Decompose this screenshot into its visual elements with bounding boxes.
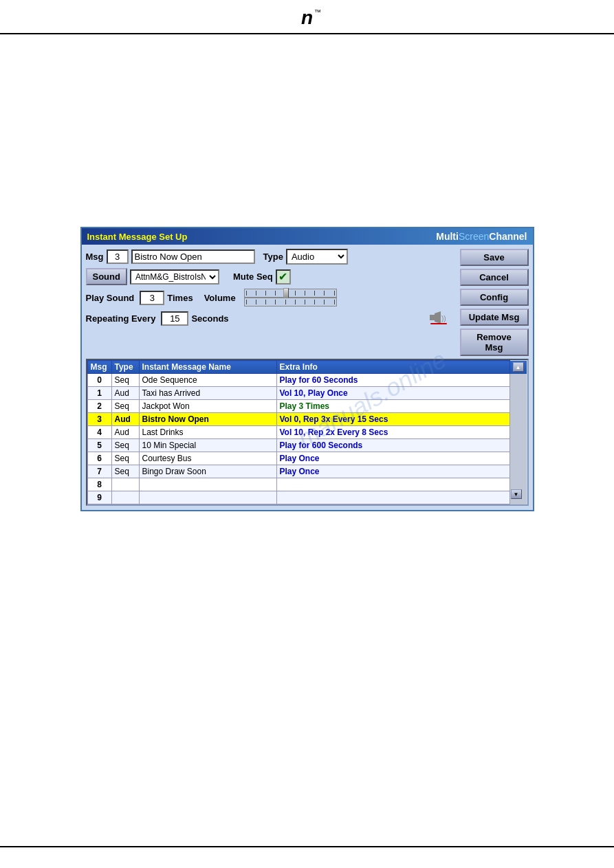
table-row[interactable]: 4 Aud Last Drinks Vol 10, Rep 2x Every 8… bbox=[87, 426, 527, 439]
type-label: Type bbox=[263, 252, 283, 262]
table-row[interactable]: 7 Seq Bingo Draw Soon Play Once bbox=[87, 465, 527, 478]
cell-name: Bingo Draw Soon bbox=[139, 465, 276, 478]
table-row[interactable]: 9 bbox=[87, 491, 527, 504]
volume-slider[interactable] bbox=[244, 289, 337, 307]
tick bbox=[256, 300, 256, 304]
tick bbox=[246, 300, 247, 304]
seconds-label: Seconds bbox=[191, 313, 228, 324]
tick bbox=[314, 300, 315, 304]
sound-select[interactable]: AttnM&G_BistroIsNov bbox=[130, 269, 219, 285]
table-row[interactable]: 6 Seq Courtesy Bus Play Once bbox=[87, 452, 527, 465]
tick bbox=[324, 300, 325, 304]
tick bbox=[275, 300, 276, 304]
form-left: Msg Type Audio Sequence Sound AttnM&G_Bi… bbox=[86, 249, 450, 356]
update-msg-button[interactable]: Update Msg bbox=[460, 309, 529, 326]
cell-scroll-spacer bbox=[509, 387, 527, 400]
dialog-wrapper: Instant Message Set Up MultiScreenChanne… bbox=[0, 227, 614, 511]
cell-scroll-spacer bbox=[509, 452, 527, 465]
table-header-row: Msg Type Instant Message Name Extra Info… bbox=[87, 361, 527, 374]
mute-seq-label: Mute Seq bbox=[233, 271, 273, 282]
type-select[interactable]: Audio Sequence bbox=[286, 249, 348, 265]
scroll-up-btn[interactable]: ▲ bbox=[513, 362, 524, 372]
tick bbox=[256, 291, 256, 296]
brand-multi: Multi bbox=[436, 231, 459, 242]
col-name: Instant Message Name bbox=[139, 361, 276, 374]
table-row[interactable]: 1 Aud Taxi has Arrived Vol 10, Play Once bbox=[87, 387, 527, 400]
cell-extra: Play for 600 Seconds bbox=[276, 439, 509, 452]
cell-extra: Play 3 Times bbox=[276, 400, 509, 413]
play-sound-input[interactable] bbox=[140, 291, 164, 305]
buttons-column: Save Cancel Config Update Msg Remove Msg bbox=[460, 249, 529, 356]
table-row[interactable]: 5 Seq 10 Min Special Play for 600 Second… bbox=[87, 439, 527, 452]
cancel-button[interactable]: Cancel bbox=[460, 269, 529, 286]
cell-msg: 7 bbox=[87, 465, 111, 478]
sound-button[interactable]: Sound bbox=[86, 268, 127, 285]
save-button[interactable]: Save bbox=[460, 249, 529, 266]
volume-ticks-top bbox=[246, 291, 335, 296]
cell-type: Aud bbox=[111, 387, 139, 400]
dialog-brand: MultiScreenChannel bbox=[436, 231, 527, 242]
tick bbox=[246, 291, 247, 296]
cell-extra: Play Once bbox=[276, 452, 509, 465]
tick bbox=[334, 300, 335, 304]
msg-label: Msg bbox=[86, 252, 104, 262]
cell-scroll-spacer bbox=[509, 413, 527, 426]
msg-number-input[interactable] bbox=[107, 249, 129, 264]
cell-type bbox=[111, 478, 139, 491]
tick bbox=[275, 291, 276, 296]
cell-type bbox=[111, 491, 139, 504]
svg-rect-0 bbox=[430, 315, 435, 320]
cell-name: Bistro Now Open bbox=[139, 413, 276, 426]
cell-scroll-spacer bbox=[509, 465, 527, 478]
config-button[interactable]: Config bbox=[460, 289, 529, 306]
scroll-down-btn[interactable]: ▼ bbox=[511, 489, 522, 499]
table-row[interactable]: 8 bbox=[87, 478, 527, 491]
remove-msg-button[interactable]: Remove Msg bbox=[460, 329, 529, 356]
table-row[interactable]: 3 Aud Bistro Now Open Vol 0, Rep 3x Ever… bbox=[87, 413, 527, 426]
logo: n bbox=[301, 7, 313, 29]
volume-label: Volume bbox=[204, 293, 236, 303]
repeating-input[interactable] bbox=[161, 311, 188, 326]
tick bbox=[265, 291, 266, 296]
svg-text:)): )) bbox=[441, 315, 446, 322]
cell-msg: 9 bbox=[87, 491, 111, 504]
cell-msg: 3 bbox=[87, 413, 111, 426]
cell-type: Seq bbox=[111, 400, 139, 413]
volume-track-bottom bbox=[244, 298, 337, 307]
instant-message-dialog: Instant Message Set Up MultiScreenChanne… bbox=[80, 227, 534, 511]
mute-seq-checkbox[interactable]: ✔ bbox=[276, 269, 291, 285]
tick bbox=[314, 291, 315, 296]
tick bbox=[305, 291, 305, 296]
tick bbox=[305, 300, 305, 304]
cell-msg: 0 bbox=[87, 374, 111, 387]
table-container: Msg Type Instant Message Name Extra Info… bbox=[86, 359, 529, 506]
col-scroll: ▲ bbox=[509, 361, 527, 374]
cell-scroll-spacer bbox=[509, 374, 527, 387]
cell-msg: 5 bbox=[87, 439, 111, 452]
cell-extra: Vol 10, Play Once bbox=[276, 387, 509, 400]
brand-screen: Screen bbox=[459, 231, 489, 242]
repeating-label: Repeating Every bbox=[86, 313, 156, 324]
speaker-icon[interactable]: )) bbox=[430, 310, 448, 327]
tick bbox=[324, 291, 325, 296]
cell-scroll-spacer bbox=[509, 400, 527, 413]
cell-extra: Play for 60 Seconds bbox=[276, 374, 509, 387]
page-footer bbox=[0, 846, 614, 847]
cell-msg: 4 bbox=[87, 426, 111, 439]
msg-name-input[interactable] bbox=[131, 249, 255, 264]
tick bbox=[265, 300, 266, 304]
cell-type: Seq bbox=[111, 465, 139, 478]
table-row[interactable]: 2 Seq Jackpot Won Play 3 Times bbox=[87, 400, 527, 413]
cell-msg: 2 bbox=[87, 400, 111, 413]
svg-marker-1 bbox=[435, 311, 441, 324]
dialog-title: Instant Message Set Up bbox=[87, 232, 188, 242]
cell-name: Courtesy Bus bbox=[139, 452, 276, 465]
cell-scroll-spacer bbox=[509, 439, 527, 452]
tick bbox=[295, 291, 296, 296]
cell-name: Taxi has Arrived bbox=[139, 387, 276, 400]
times-label: Times bbox=[167, 293, 193, 303]
cell-msg: 6 bbox=[87, 452, 111, 465]
table-row[interactable]: 0 Seq Ode Sequence Play for 60 Seconds bbox=[87, 374, 527, 387]
tick bbox=[295, 300, 296, 304]
cell-name: Jackpot Won bbox=[139, 400, 276, 413]
